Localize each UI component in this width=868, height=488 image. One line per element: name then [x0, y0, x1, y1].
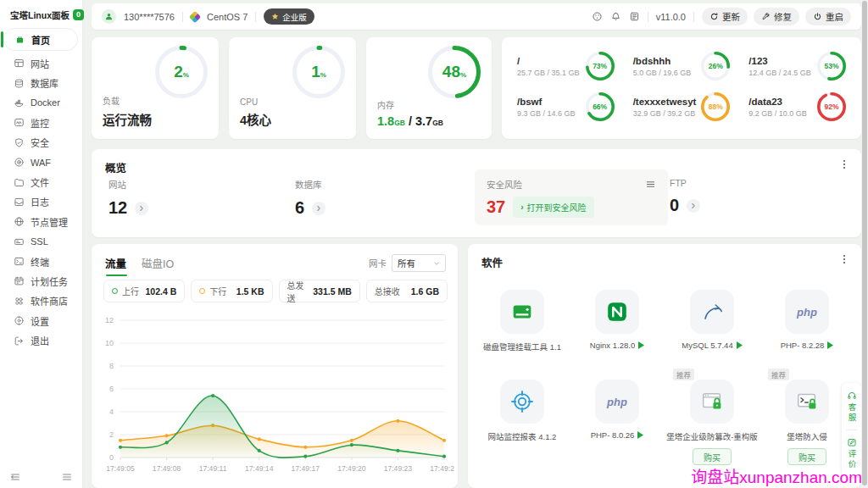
mysql-app-icon: [690, 290, 734, 334]
scrollbar-thumb[interactable]: [862, 1, 867, 485]
sidebar-item-5[interactable]: 安全: [0, 133, 82, 152]
disk-item-0[interactable]: /25.7 GB / 35.1 GB73%: [517, 52, 615, 80]
svg-text:8: 8: [109, 362, 114, 370]
user-avatar[interactable]: [102, 9, 116, 24]
disk-grid: /25.7 GB / 35.1 GB73%/bdshhh5.0 GB / 19.…: [502, 37, 861, 136]
stat-value: 0: [670, 196, 679, 215]
sidebar-item-3[interactable]: Docker: [0, 93, 82, 113]
chevron-right-icon[interactable]: [312, 202, 326, 215]
edit-icon: [847, 437, 857, 447]
topbar: 130****7576 CentOS 7 企业版 v11.0.0 更新修复重启: [92, 3, 861, 30]
buy-button[interactable]: 购买: [693, 448, 732, 465]
open-security-risk-button[interactable]: ›打开到安全风险: [513, 197, 593, 218]
disk-ring: 88%: [701, 92, 730, 121]
disk-item-3[interactable]: /bswf9.3 GB / 14.6 GB66%: [517, 92, 615, 121]
disk-item-5[interactable]: /data239.2 GB / 10.0 GB92%: [748, 92, 846, 121]
traffic-chip-0: 上行102.4 B: [103, 280, 185, 302]
disk-path: /texxxetwesyt: [633, 97, 697, 107]
divider: [846, 430, 857, 430]
disk-path: /bdshhh: [633, 56, 692, 66]
svg-text:17:49:05: 17:49:05: [106, 464, 135, 473]
software-app-4[interactable]: 网站监控报表 4.1.2: [475, 380, 570, 465]
sidebar-item-4[interactable]: 监控: [0, 113, 82, 132]
sidebar-item-15[interactable]: 退出: [0, 330, 82, 350]
menu-list-icon[interactable]: [61, 471, 73, 483]
theme-icon[interactable]: [592, 11, 603, 22]
nginx-app-icon: [595, 290, 639, 334]
disk-ring: 26%: [701, 52, 730, 80]
app-name: 网站监控报表 4.1.2: [488, 430, 557, 442]
sidebar-item-label: 设置: [31, 314, 49, 328]
traffic-chip-3: 总接收1.6 GB: [366, 280, 448, 302]
disk-usage: 12.4 GB / 24.5 GB: [748, 69, 811, 77]
user-phone[interactable]: 130****7576: [124, 12, 175, 22]
stat-label: 网站: [108, 178, 148, 191]
sidebar-item-14[interactable]: 设置: [0, 311, 82, 330]
sidebar-item-6[interactable]: WAF: [0, 152, 82, 172]
topbar-right: v11.0.0 更新修复重启: [592, 8, 851, 25]
sidebar-item-10[interactable]: SSL: [0, 232, 82, 252]
sidebar-item-11[interactable]: 终端: [0, 252, 82, 271]
disk-usage: 5.0 GB / 19.6 GB: [633, 69, 692, 77]
support-button[interactable]: 客服: [846, 391, 858, 423]
software-app-3[interactable]: phpPHP- 8.2.28: [760, 290, 854, 352]
sidebar-item-2[interactable]: 数据库: [0, 73, 82, 92]
message-count-badge[interactable]: 0: [73, 9, 84, 20]
software-app-2[interactable]: MySQL 5.7.44: [665, 290, 760, 352]
nic-select[interactable]: 所有: [392, 254, 446, 272]
software-card: 软件 磁盘管理挂载工具 1.1Nginx 1.28.0MySQL 5.7.44p…: [468, 244, 861, 488]
sidebar-item-0[interactable]: 首页: [3, 28, 78, 51]
sidebar-item-7[interactable]: 文件: [0, 172, 82, 191]
gauge-percent: 48%: [428, 46, 481, 98]
svg-text:12: 12: [105, 316, 114, 324]
sidebar-item-12[interactable]: 计划任务: [0, 271, 82, 291]
sidebar-item-9[interactable]: 节点管理: [0, 212, 82, 231]
disk-path: /data23: [748, 97, 807, 107]
sidebar-item-1[interactable]: 网站: [0, 53, 82, 73]
sidebar-item-label: 网站: [31, 57, 49, 70]
software-app-6[interactable]: 推荐堡塔企业级防篡改-重构版购买: [665, 380, 760, 465]
software-app-5[interactable]: phpPHP- 8.0.26: [570, 380, 665, 465]
restart-button[interactable]: 重启: [805, 8, 851, 25]
buy-button[interactable]: 购买: [787, 448, 826, 465]
overview-more-icon[interactable]: [838, 158, 850, 170]
disk-ring: 92%: [817, 92, 846, 121]
chevron-right-icon[interactable]: [135, 202, 148, 215]
software-app-0[interactable]: 磁盘管理挂载工具 1.1: [475, 290, 570, 352]
app-logo[interactable]: 宝塔Linux面板 0: [0, 0, 82, 28]
disk-item-1[interactable]: /bdshhh5.0 GB / 19.6 GB26%: [633, 52, 731, 80]
sidebar-item-8[interactable]: 日志: [0, 192, 82, 212]
sidebar-item-label: 日志: [31, 195, 49, 208]
tab-traffic[interactable]: 流量: [105, 255, 126, 276]
chevron-right-icon[interactable]: [687, 199, 700, 213]
traffic-chart: 02468101217:49:0517:49:0817:49:1117:49:1…: [95, 308, 454, 483]
collapse-sidebar-icon[interactable]: [9, 471, 21, 483]
traffic-card: 流量 磁盘IO 网卡 所有 上行102.4 B下行1.5 KB总发送331.5 …: [92, 244, 458, 488]
tab-disk-io[interactable]: 磁盘IO: [142, 255, 174, 276]
feedback-memo-icon[interactable]: [629, 11, 640, 22]
php-app-icon: php: [595, 380, 639, 424]
sidebar-footer: [0, 471, 82, 483]
stat-label: 安全风险: [487, 178, 522, 191]
update-button[interactable]: 更新: [702, 8, 748, 25]
software-app-7[interactable]: 推荐堡塔防入侵购买: [760, 380, 854, 465]
stat-value: 12: [108, 198, 127, 218]
gauge-label: CPU: [240, 97, 271, 107]
traffic-tabs: 流量 磁盘IO: [105, 255, 174, 276]
disk-ring: 73%: [586, 52, 615, 80]
traffic-stat-chips: 上行102.4 B下行1.5 KB总发送331.5 MB总接收1.6 GB: [103, 280, 448, 302]
disk-item-2[interactable]: /12312.4 GB / 24.5 GB53%: [748, 52, 846, 80]
edition-badge[interactable]: 企业版: [264, 8, 314, 25]
headset-icon: [847, 391, 857, 401]
notifications-bell-icon[interactable]: [610, 11, 621, 22]
disk-item-4[interactable]: /texxxetwesyt32.9 GB / 39.2 GB88%: [633, 92, 731, 121]
topbar-left: 130****7576 CentOS 7 企业版: [102, 8, 314, 25]
repair-button[interactable]: 修复: [754, 8, 799, 25]
software-more-icon[interactable]: [838, 253, 850, 265]
refresh-icon: [709, 12, 719, 21]
gauge-label: 内存: [377, 98, 443, 111]
software-app-1[interactable]: Nginx 1.28.0: [570, 290, 665, 352]
sidebar-item-13[interactable]: 软件商店: [0, 291, 82, 311]
page-scrollbar[interactable]: [861, 0, 868, 488]
disk-ring: 66%: [586, 92, 615, 121]
